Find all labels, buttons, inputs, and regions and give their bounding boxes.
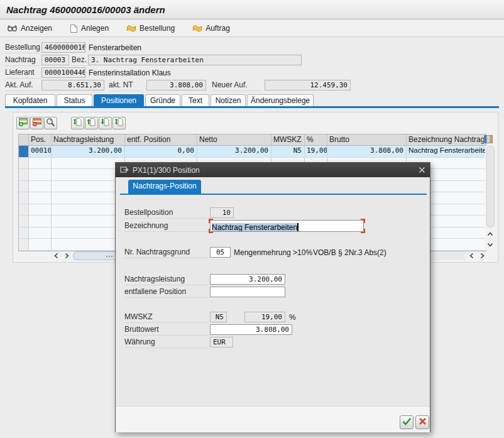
v-scroll-down-button[interactable] (485, 239, 495, 249)
contract-icon (192, 25, 202, 33)
delete-row-button[interactable] (30, 117, 43, 129)
empty-cell (29, 227, 52, 239)
row-select-cell[interactable] (19, 169, 29, 181)
cell-brutto: 3.808,00 (327, 146, 407, 158)
bestellposition-field[interactable]: 10 (210, 207, 234, 218)
tab-positionen[interactable]: Positionen (94, 94, 144, 106)
bestellung-field[interactable]: 4600000016 (41, 42, 85, 53)
dialog-footer (116, 406, 430, 432)
page-down-button[interactable] (99, 117, 112, 129)
lieferant-field[interactable]: 0000100446 (41, 67, 85, 78)
bestellung-description: Fensterarbeiten (89, 43, 141, 52)
h-scroll-right-button[interactable] (62, 251, 72, 261)
cell-nachtragsleistung: 3.200,00 (52, 146, 125, 158)
find-icon (46, 118, 55, 129)
bestellung-button[interactable]: Bestellung (124, 23, 177, 34)
akt-nt-label: akt. NT (109, 80, 141, 91)
empty-cell (29, 216, 52, 227)
row-select-cell[interactable] (19, 216, 29, 227)
column-header-pos[interactable]: Pos. (29, 134, 52, 146)
nachtragsgrund-label: Nr. Nachtragsgrund (124, 248, 209, 258)
anzeigen-label: Anzeigen (21, 24, 52, 33)
waehrung-field[interactable]: EUR (210, 337, 233, 348)
lieferant-label: Lieferant (5, 68, 41, 79)
neuer-auf-field[interactable]: 12.459,30 (265, 80, 351, 90)
h-scroll-left-button[interactable] (51, 251, 61, 261)
akt-auf-label: Akt. Auf. (5, 80, 41, 91)
bestellung-label: Bestellung (5, 43, 41, 53)
akt-auf-field[interactable]: 8.651,30 (41, 80, 104, 90)
column-header-bezeichnung-nachtrag[interactable]: Bezeichnung Nachtrag (407, 134, 486, 146)
mwskz-percent-field[interactable]: 19,00 (244, 312, 285, 322)
nachtrag-field[interactable]: 00003 (41, 55, 69, 65)
cell-netto: 3.200,00 (197, 146, 271, 158)
column-header-brutto[interactable]: Brutto (327, 134, 407, 146)
position-dialog: PX1(1)/300 Position Nachtrags-Position B… (115, 162, 430, 432)
bruttowert-field[interactable]: 3.808,00 (210, 324, 292, 335)
move-page-button[interactable] (112, 117, 126, 129)
row-select-cell[interactable] (19, 239, 29, 251)
tab-text[interactable]: Text (182, 94, 209, 106)
auftrag-button[interactable]: Auftrag (190, 23, 232, 34)
nachtrag-label: Nachtrag (5, 55, 41, 66)
tab-gr-nde[interactable]: Gründe (145, 94, 180, 106)
copy-page-button[interactable] (71, 117, 84, 129)
insert-row-button[interactable] (16, 117, 30, 129)
close-icon[interactable] (419, 167, 425, 173)
h-scroll-left-end-button[interactable] (466, 251, 476, 261)
akt-nt-field[interactable]: 3.808,00 (146, 80, 206, 90)
dialog-titlebar[interactable]: PX1(1)/300 Position (116, 163, 430, 177)
x-mark-icon (419, 417, 427, 428)
page-up-button[interactable] (85, 117, 98, 129)
row-select-cell[interactable] (19, 204, 29, 216)
anzeigen-button[interactable]: Anzeigen (5, 23, 54, 34)
tab-notizen[interactable]: Notizen (211, 94, 246, 106)
row-select-cell[interactable] (19, 181, 29, 193)
h-scroll-right-end-button[interactable] (477, 251, 487, 261)
percent-sign: % (289, 313, 296, 322)
thumb-grip-icon (106, 256, 107, 257)
row-select-cell[interactable] (19, 227, 29, 239)
anlegen-button[interactable]: Anlegen (68, 23, 111, 35)
entfallene-position-field[interactable] (210, 287, 285, 297)
find-button[interactable] (44, 117, 57, 129)
page-title: Nachtrag 4600000016/00003 ändern (6, 4, 165, 15)
nachtragsgrund-field[interactable]: 05 (210, 247, 231, 258)
nachtragsgrund-description-1: Mengenmehrung >10% (234, 248, 312, 257)
empty-cell (29, 239, 52, 251)
bruttowert-label: Bruttowert (124, 325, 209, 336)
nachtragsleistung-field[interactable]: 3.200,00 (210, 274, 285, 285)
table-row[interactable]: 000103.200,000,003.200,00N519,003.808,00… (19, 146, 486, 158)
tab-kopfdaten[interactable]: Kopfdaten (5, 94, 55, 106)
confirm-button[interactable] (400, 415, 414, 429)
column-header-entf-position[interactable]: entf. Position (125, 134, 197, 146)
vertical-scrollbar-thumb[interactable] (486, 146, 495, 227)
new-document-icon (70, 24, 78, 33)
cancel-button[interactable] (415, 415, 429, 429)
mwskz-label: MWSKZ (124, 312, 209, 323)
bezeichnung-selected-text: Nachtrag Fensterarbeiten (212, 223, 297, 232)
cell-entf-position: 0,00 (125, 146, 197, 158)
row-select-cell[interactable] (19, 158, 29, 170)
auftrag-label: Auftrag (205, 24, 230, 33)
bez-field[interactable]: 3. Nachtrag Fensterarbeiten (88, 55, 302, 65)
tab-nderungsbelege[interactable]: Änderungsbelege (247, 94, 314, 106)
empty-cell (52, 239, 125, 251)
bezeichnung-input[interactable]: Nachtrag Fensterarbeiten (210, 220, 364, 232)
v-scroll-up-button[interactable] (485, 229, 495, 239)
row-select-cell[interactable] (19, 192, 29, 204)
row-select-header[interactable] (19, 134, 29, 146)
column-config-button[interactable] (483, 135, 494, 145)
dialog-title: PX1(1)/300 Position (133, 166, 419, 175)
row-select-cell[interactable] (19, 146, 29, 158)
column-header-col[interactable]: % (305, 134, 327, 146)
column-header-netto[interactable]: Netto (197, 134, 271, 146)
session-icon (120, 165, 129, 176)
table-header-row: Pos.Nachtragsleistungentf. PositionNetto… (19, 134, 486, 146)
column-header-nachtragsleistung[interactable]: Nachtragsleistung (52, 134, 125, 146)
tab-nachtrags-position[interactable]: Nachtrags-Position (128, 180, 201, 194)
tab-status[interactable]: Status (57, 94, 92, 106)
bezeichnung-label: Bezeichnung (124, 221, 209, 232)
column-header-mwskz[interactable]: MWSKZ (271, 134, 305, 146)
mwskz-field[interactable]: N5 (210, 312, 227, 322)
